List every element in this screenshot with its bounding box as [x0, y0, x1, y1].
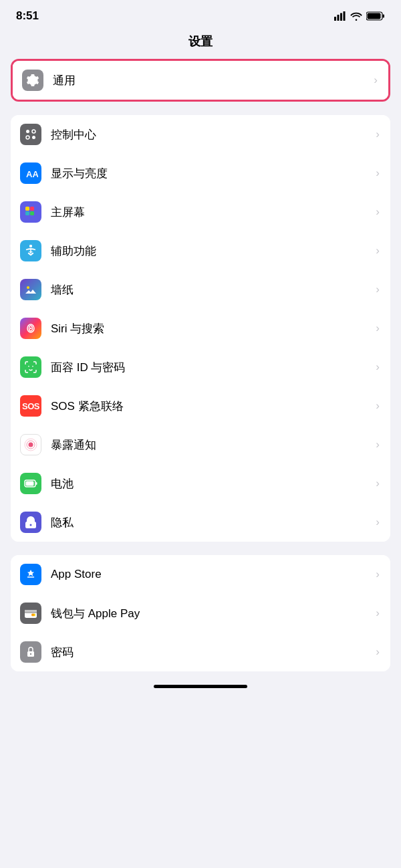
svg-rect-3 [344, 11, 346, 21]
display-icon: AA [23, 166, 38, 181]
svg-rect-13 [30, 207, 34, 211]
passwords-label: 密码 [51, 637, 372, 668]
settings-item-passwords[interactable]: 密码 › [11, 633, 390, 671]
settings-item-general[interactable]: 通用 › [13, 61, 388, 100]
privacy-chevron: › [376, 516, 380, 529]
settings-group-1: 通用 › [11, 59, 390, 102]
svg-rect-28 [36, 482, 37, 485]
appstore-label: App Store [51, 560, 372, 589]
siri-chevron: › [376, 322, 380, 335]
faceid-chevron: › [376, 360, 380, 374]
settings-item-faceid[interactable]: 面容 ID 与密码 › [11, 348, 390, 387]
gear-icon-bg [22, 70, 43, 91]
home-screen-icon [23, 205, 38, 219]
signal-icon [334, 11, 346, 21]
home-screen-icon-bg [20, 201, 41, 223]
svg-rect-14 [25, 211, 29, 215]
settings-item-accessibility[interactable]: 辅助功能 › [11, 231, 390, 270]
settings-item-control-center[interactable]: 控制中心 › [11, 115, 390, 154]
home-screen-chevron: › [376, 205, 380, 219]
svg-rect-5 [383, 15, 385, 18]
settings-item-siri[interactable]: Siri 与搜索 › [11, 309, 390, 348]
svg-point-38 [30, 653, 31, 655]
passwords-chevron: › [376, 645, 380, 659]
page-title: 设置 [0, 28, 401, 59]
privacy-label: 隐私 [51, 507, 372, 538]
general-chevron: › [374, 74, 378, 87]
svg-point-24 [29, 443, 33, 447]
display-chevron: › [376, 167, 380, 180]
exposure-label: 暴露通知 [51, 429, 372, 461]
settings-item-privacy[interactable]: 隐私 › [11, 503, 390, 542]
settings-item-battery[interactable]: 电池 › [11, 464, 390, 503]
svg-rect-12 [25, 207, 29, 211]
battery-status-icon [366, 11, 385, 21]
wallet-chevron: › [376, 607, 380, 620]
settings-item-wallet[interactable]: 钱包与 Apple Pay › [11, 594, 390, 633]
faceid-label: 面容 ID 与密码 [51, 352, 372, 383]
gear-icon [25, 73, 40, 88]
svg-rect-1 [338, 15, 340, 21]
battery-label: 电池 [51, 468, 372, 500]
svg-text:AA: AA [26, 169, 38, 179]
status-icons [334, 11, 385, 21]
control-center-chevron: › [376, 128, 380, 141]
battery-chevron: › [376, 477, 380, 490]
svg-rect-6 [368, 13, 381, 19]
wallpaper-chevron: › [376, 283, 380, 296]
control-center-label: 控制中心 [51, 119, 372, 150]
wallpaper-icon [23, 282, 38, 297]
privacy-icon-bg [20, 512, 41, 533]
exposure-icon-bg [20, 434, 41, 455]
exposure-icon [23, 437, 38, 452]
accessibility-icon [23, 243, 38, 258]
accessibility-icon-bg [20, 240, 41, 261]
svg-point-19 [29, 245, 32, 247]
home-bar [154, 685, 247, 688]
settings-item-home[interactable]: 主屏幕 › [11, 193, 390, 231]
settings-item-wallpaper[interactable]: 墙纸 › [11, 270, 390, 309]
svg-point-36 [31, 614, 34, 617]
status-bar: 8:51 [0, 0, 401, 28]
general-label: 通用 [53, 65, 370, 96]
appstore-icon [23, 567, 38, 582]
svg-point-10 [32, 136, 35, 139]
svg-point-7 [26, 130, 29, 133]
faceid-icon-bg [20, 356, 41, 378]
svg-point-31 [30, 524, 32, 526]
wallet-icon-bg [20, 603, 41, 624]
svg-rect-0 [334, 17, 336, 21]
settings-item-sos[interactable]: SOS SOS 紧急联络 › [11, 387, 390, 425]
accessibility-chevron: › [376, 244, 380, 257]
display-label: 显示与亮度 [51, 158, 372, 189]
battery-icon [23, 476, 38, 491]
siri-icon [23, 321, 38, 336]
passwords-icon-bg [20, 641, 41, 663]
wallet-icon [23, 606, 38, 621]
svg-rect-2 [340, 13, 342, 21]
status-time: 8:51 [16, 9, 39, 23]
control-center-icon-bg [20, 124, 41, 145]
svg-rect-34 [25, 610, 37, 613]
sos-label: SOS 紧急联络 [51, 391, 372, 422]
settings-item-exposure[interactable]: 暴露通知 › [11, 425, 390, 464]
svg-point-23 [30, 328, 31, 329]
display-icon-bg: AA [20, 162, 41, 184]
settings-item-appstore[interactable]: App Store › [11, 555, 390, 594]
home-screen-label: 主屏幕 [51, 197, 372, 228]
siri-label: Siri 与搜索 [51, 313, 372, 344]
sos-icon: SOS [20, 395, 41, 417]
wallet-label: 钱包与 Apple Pay [51, 598, 372, 629]
svg-rect-29 [26, 481, 34, 486]
sos-chevron: › [376, 399, 380, 413]
appstore-chevron: › [376, 568, 380, 581]
wallpaper-label: 墙纸 [51, 274, 372, 306]
accessibility-label: 辅助功能 [51, 235, 372, 267]
privacy-icon [23, 515, 38, 530]
general-icon-wrap [13, 70, 53, 91]
settings-item-display[interactable]: AA 显示与亮度 › [11, 154, 390, 193]
passwords-icon [23, 645, 38, 659]
settings-group-3: App Store › 钱包与 Apple Pay › [11, 555, 390, 671]
svg-rect-15 [30, 211, 34, 215]
settings-group-2: 控制中心 › AA 显示与亮度 › 主屏幕 [11, 115, 390, 542]
